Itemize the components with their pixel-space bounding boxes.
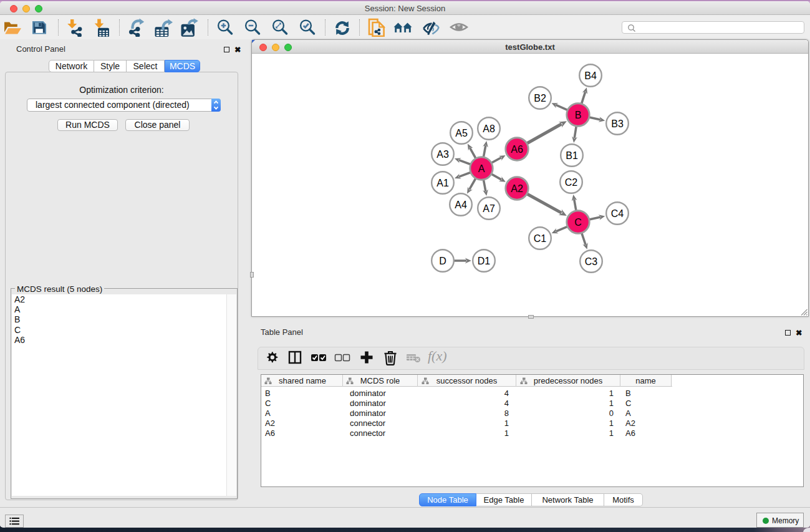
svg-text:D: D: [439, 256, 446, 266]
svg-text:A1: A1: [436, 178, 449, 188]
svg-text:B4: B4: [584, 70, 597, 81]
svg-text:D1: D1: [478, 256, 491, 266]
svg-text:B2: B2: [534, 93, 546, 104]
svg-text:A8: A8: [483, 123, 495, 134]
svg-text:A3: A3: [436, 149, 449, 160]
svg-text:C2: C2: [565, 177, 578, 188]
svg-text:A2: A2: [511, 183, 523, 194]
svg-text:A6: A6: [511, 144, 523, 155]
svg-text:C: C: [574, 217, 582, 228]
svg-text:A: A: [478, 163, 485, 174]
svg-text:C1: C1: [534, 233, 547, 244]
svg-text:B1: B1: [566, 150, 578, 161]
svg-text:A4: A4: [455, 200, 467, 210]
svg-text:C4: C4: [611, 208, 624, 219]
svg-text:A5: A5: [455, 128, 468, 138]
svg-text:A7: A7: [483, 203, 495, 214]
svg-text:B3: B3: [611, 118, 624, 129]
svg-text:B: B: [575, 110, 582, 120]
svg-text:C3: C3: [585, 256, 598, 267]
